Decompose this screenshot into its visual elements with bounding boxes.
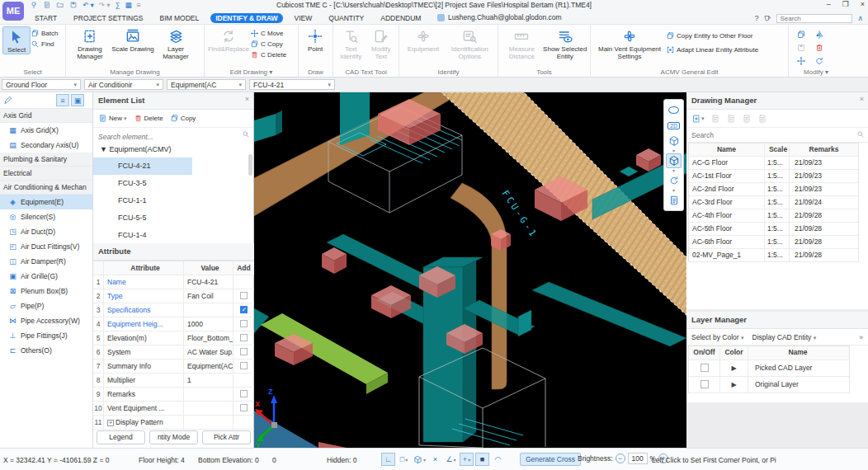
layer-manager-button[interactable]: Layer Manager	[154, 26, 197, 60]
rotate-view-icon[interactable]	[666, 173, 682, 188]
attribute-row[interactable]: 1NameFCU-4-21	[93, 275, 254, 289]
drawing-search-input[interactable]	[686, 128, 868, 142]
section-axis-grid[interactable]: Axis Grid	[0, 109, 92, 123]
drawing-row[interactable]: AC-2nd Floor1:5...21/09/23	[689, 183, 858, 196]
element-list-scrollbar[interactable]	[248, 154, 252, 176]
point-snap-icon[interactable]: +▾	[460, 453, 474, 466]
tab-start[interactable]: START	[30, 13, 62, 23]
tab-project-settings[interactable]: PROJECT SETTINGS	[68, 13, 148, 23]
equipment-button[interactable]: Equipment	[402, 26, 445, 53]
fill-mode-icon[interactable]: ■	[475, 453, 489, 466]
drawing-row[interactable]: AC-3rd Floor1:5...21/09/24	[689, 196, 858, 209]
sidebar-item-pipe[interactable]: ▱Pipe(P)	[0, 298, 92, 313]
add-checkbox[interactable]	[240, 404, 248, 411]
copy-element-button[interactable]: Copy	[170, 114, 196, 123]
view-settings-icon[interactable]	[666, 193, 682, 208]
identification-options-button[interactable]: Identification Options	[445, 26, 495, 60]
discipline-dropdown[interactable]: Air Conditionir▾	[84, 79, 163, 90]
coordinate-snap-icon[interactable]: ∟	[381, 453, 395, 466]
expand-icon[interactable]: +	[107, 420, 114, 426]
app-logo[interactable]: ME	[2, 2, 24, 21]
c-copy-button[interactable]: C Copy	[250, 40, 286, 49]
modify-mirror-icon[interactable]	[814, 30, 824, 40]
copy-entity-other-floor-button[interactable]: Copy Entity to Other Floor	[666, 31, 758, 40]
attribute-row[interactable]: 4Equipment Heig...1000	[93, 317, 254, 331]
sidebar-item-air-duct-fittings[interactable]: ◰Air Duct Fittings(V)	[0, 239, 92, 254]
rename-drawing-icon[interactable]	[710, 114, 720, 124]
layer-color-expander[interactable]: ▶	[731, 364, 736, 372]
delete-drawing-icon[interactable]	[757, 114, 767, 124]
new-file-icon[interactable]	[43, 1, 51, 9]
sidebar-item-pipe-fittings[interactable]: ⊥Pipe Fittings(J)	[0, 328, 92, 343]
batch-button[interactable]: Batch	[31, 29, 58, 38]
list-view-toggle[interactable]: ≡	[56, 94, 69, 106]
sidebar-item-equipment[interactable]: ◈Equipment(E)	[0, 195, 92, 209]
3d-viewport[interactable]: FCU-G-1 Z X Y 2D ▾ ▾	[254, 92, 686, 448]
find-button[interactable]: Find	[31, 40, 58, 49]
undo-icon[interactable]: ↶ ▾	[83, 1, 94, 9]
layer-onoff-checkbox[interactable]	[701, 380, 709, 388]
attribute-row[interactable]: 5Elevation(m)Floor_Bottom_...	[93, 331, 254, 345]
element-search-input[interactable]	[93, 130, 253, 144]
pencil-icon[interactable]	[3, 95, 13, 105]
sidebar-item-air-grille[interactable]: ▣Air Grille(G)	[0, 269, 92, 284]
c-move-button[interactable]: C Move	[250, 29, 286, 38]
add-drawing-icon[interactable]: ▾	[691, 114, 705, 124]
find-replace-button[interactable]: Find&Replace	[207, 26, 250, 53]
add-checkbox[interactable]	[240, 306, 248, 313]
isometric-view-icon[interactable]	[666, 134, 682, 148]
attribute-row[interactable]: 10Vent Equipment ...	[93, 402, 254, 416]
view-cube-icon[interactable]: ▾	[413, 453, 427, 466]
collapse-ribbon-icon[interactable]: ∧	[857, 14, 863, 22]
pan-icon[interactable]	[666, 102, 682, 117]
attribute-row[interactable]: 11+Display Pattern	[93, 416, 254, 430]
pin-icon[interactable]	[30, 1, 38, 9]
duct-teal-top[interactable]	[254, 92, 370, 145]
sidebar-item-air-duct[interactable]: ◳Air Duct(D)	[0, 224, 92, 239]
cross-snap-icon[interactable]: ×	[428, 453, 442, 466]
element-item-fcu-1-4[interactable]: FCU-1-4	[93, 227, 253, 244]
minimize-button[interactable]: –	[827, 0, 831, 8]
point-button[interactable]: Point	[301, 26, 329, 53]
tab-bim-model[interactable]: BIM MODEL	[154, 13, 204, 23]
delete-element-button[interactable]: Delete	[134, 114, 163, 123]
select-button[interactable]: Select	[2, 26, 31, 54]
sidebar-item-silencer[interactable]: ◎Silencer(S)	[0, 209, 92, 224]
locate-drawing-icon[interactable]	[742, 114, 752, 124]
display-cad-entity-button[interactable]: Display CAD Entity ▾	[752, 333, 817, 341]
drawing-row[interactable]: AC-1st Floor1:5...21/09/23	[689, 170, 858, 183]
ribbon-search-input[interactable]	[776, 14, 852, 23]
element-item-fcu-4-21[interactable]: FCU-4-21	[93, 157, 192, 175]
measure-distance-button[interactable]: Measure Distance	[501, 26, 543, 60]
attribute-row[interactable]: 7Summary InfoEquipment(AC...	[93, 360, 254, 374]
save-icon[interactable]	[69, 1, 78, 9]
category-dropdown[interactable]: Equipment(AC▾	[167, 79, 246, 90]
brightness-value[interactable]: 100	[628, 453, 648, 464]
drawing-row[interactable]: AC-4th Floor1:5...21/09/28	[689, 209, 858, 223]
layer-row[interactable]: ▶ Original Layer	[689, 377, 849, 393]
open-folder-icon[interactable]	[56, 1, 64, 9]
main-vent-equipment-settings-button[interactable]: Main Vent Equipment Settings	[593, 26, 666, 60]
layer-more-button[interactable]: »	[859, 333, 863, 341]
sigma-icon[interactable]: ∑	[116, 1, 120, 9]
close-button[interactable]: ×	[861, 0, 865, 8]
text-identify-button[interactable]: Text Identify	[336, 26, 366, 60]
help-button[interactable]: ?	[754, 14, 758, 22]
layer-row[interactable]: ▶ Picked CAD Layer	[689, 360, 849, 377]
scale-drawing-button[interactable]: Scale Drawing	[111, 26, 154, 53]
show-selected-entity-button[interactable]: Show Selected Entity	[543, 26, 587, 60]
2d-view-icon[interactable]: 2D	[666, 118, 682, 133]
attribute-row[interactable]: 3Specifications	[93, 303, 254, 317]
section-air-conditioning[interactable]: Air Conditioning & Mechan	[0, 181, 92, 195]
element-item-fcu-3-5[interactable]: FCU-3-5	[93, 175, 253, 192]
feedback-cup-icon[interactable]	[763, 14, 771, 22]
modify-text-button[interactable]: Modify Text	[366, 26, 397, 60]
sidebar-item-others[interactable]: ⊏Others(O)	[0, 343, 92, 358]
drawing-row[interactable]: AC-5th Floor1:5...21/09/28	[689, 223, 858, 236]
pick-attr-button[interactable]: Pick Attr	[202, 430, 251, 444]
angle-snap-icon[interactable]: ∠▾	[444, 453, 458, 466]
shaded-view-icon[interactable]	[666, 153, 682, 168]
sidebar-item-air-damper[interactable]: ◫Air Damper(R)	[0, 254, 92, 269]
entity-mode-button[interactable]: ntity Mode	[149, 430, 198, 444]
add-checkbox[interactable]	[240, 362, 248, 369]
